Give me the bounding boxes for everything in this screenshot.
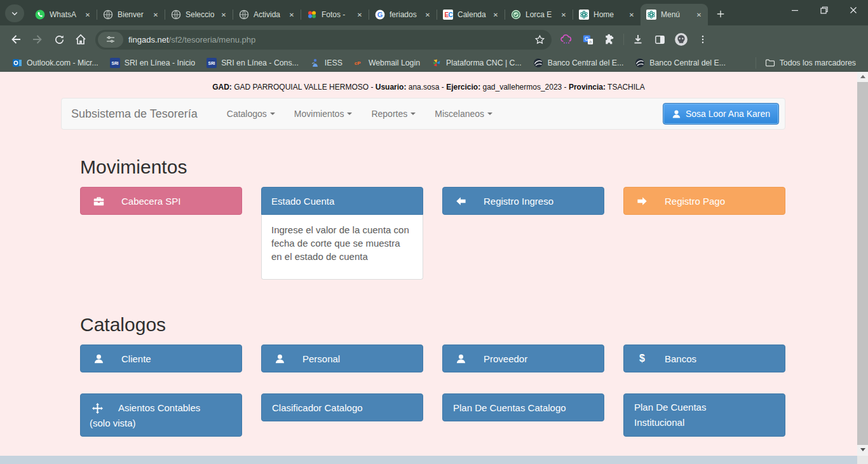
registro-ingreso-button[interactable]: Registro Ingreso <box>442 187 604 215</box>
tab-close-icon[interactable]: ✕ <box>694 10 704 20</box>
menu-miscelaneos[interactable]: Miscelaneos <box>425 109 502 119</box>
bookmark-sri-inicio[interactable]: SRI SRI en Línea - Inicio <box>104 56 201 70</box>
minimize-icon <box>791 6 799 14</box>
bookmark-plataforma-cnc[interactable]: Plataforma CNC | C... <box>426 56 527 70</box>
all-bookmarks-button[interactable]: Todos los marcadores <box>759 56 862 70</box>
bookmark-star-button[interactable] <box>534 34 545 45</box>
tab-close-icon[interactable]: ✕ <box>491 10 501 20</box>
clasificador-catalogo-button[interactable]: Clasificador Catalogo <box>261 393 423 421</box>
scroll-up-arrow[interactable] <box>857 72 868 81</box>
bookmark-webmail[interactable]: cP Webmail Login <box>348 56 426 70</box>
browser-tab-home[interactable]: Home ✕ <box>573 4 641 25</box>
menu-catalogos[interactable]: Catalogos <box>217 109 285 119</box>
reload-button[interactable] <box>48 29 70 50</box>
browser-tab-fotos[interactable]: Fotos - ✕ <box>301 4 369 25</box>
minimize-button[interactable] <box>780 0 810 20</box>
menu-reportes[interactable]: Reportes <box>362 109 425 119</box>
ejercicio-label: Ejercicio: <box>446 83 480 92</box>
bancos-button[interactable]: $ Bancos <box>623 345 785 372</box>
tab-close-icon[interactable]: ✕ <box>287 10 297 20</box>
button-label: Registro Ingreso <box>484 196 553 207</box>
bookmark-outlook[interactable]: Outlook.com - Micr... <box>6 56 104 70</box>
vertical-scroll-thumb[interactable] <box>857 82 868 445</box>
tab-close-icon[interactable]: ✕ <box>83 10 93 20</box>
tune-icon <box>105 34 116 44</box>
menu-label: Movimientos <box>294 109 344 119</box>
home-button[interactable] <box>70 29 92 50</box>
url-path: /sf2/tesoreria/menu.php <box>169 35 256 44</box>
extension-cloud-button[interactable] <box>555 29 577 50</box>
tab-close-icon[interactable]: ✕ <box>219 10 229 20</box>
tab-title: feriados <box>390 10 423 19</box>
cabecera-spi-button[interactable]: Cabecera SPI <box>80 187 242 215</box>
tab-close-icon[interactable]: ✕ <box>559 10 569 20</box>
scrollbar-corner <box>857 456 868 464</box>
personal-button[interactable]: Personal <box>261 345 423 372</box>
back-icon <box>10 33 22 46</box>
bookmark-banco-central-2[interactable]: Banco Central del E... <box>629 56 731 70</box>
person-icon <box>456 353 466 364</box>
downloads-button[interactable] <box>627 29 649 50</box>
app-navbar: Subsistema de Tesorería Catalogos Movimi… <box>61 98 785 130</box>
horizontal-scrollbar[interactable] <box>0 456 868 464</box>
restore-button[interactable] <box>810 0 839 20</box>
cliente-button[interactable]: Cliente <box>80 345 242 372</box>
ec-icon: EC <box>443 10 453 20</box>
triangle-down-icon <box>860 448 865 451</box>
tab-strip: WhatsA ✕ Bienver ✕ Seleccio ✕ Activida ✕… <box>0 0 868 25</box>
site-settings-chip[interactable] <box>98 32 123 48</box>
plan-cuentas-institucional-button[interactable]: Plan De Cuentas Institucional <box>623 393 785 437</box>
browser-toolbar: fingads.net/sf2/tesoreria/menu.php Ga <box>0 25 868 53</box>
browser-tab-seleccionar[interactable]: Seleccio ✕ <box>165 4 233 25</box>
browser-tab-lorca[interactable]: Lorca E ✕ <box>505 4 573 25</box>
proveedor-button[interactable]: Proveedor <box>442 345 604 372</box>
google-photos-icon <box>307 10 317 20</box>
profile-avatar[interactable] <box>670 29 692 50</box>
button-label: Clasificador Catalogo <box>272 402 363 413</box>
bookmark-sri-consultas[interactable]: SRI SRI en Línea - Cons... <box>201 56 304 70</box>
tab-close-icon[interactable]: ✕ <box>627 10 637 20</box>
side-panel-button[interactable] <box>649 29 670 50</box>
move-icon <box>92 403 103 414</box>
tab-title: Lorca E <box>526 10 559 19</box>
sri-icon: SRI <box>207 58 217 68</box>
extensions-button[interactable] <box>599 29 620 50</box>
browser-tab-feriados[interactable]: G feriados ✕ <box>369 4 437 25</box>
button-label: Cliente <box>121 353 151 364</box>
tab-search-button[interactable] <box>5 4 24 22</box>
browser-tab-whatsapp[interactable]: WhatsA ✕ <box>29 4 97 25</box>
bookmark-banco-central-1[interactable]: Banco Central del E... <box>527 56 630 70</box>
button-label: Personal <box>302 353 340 364</box>
browser-tab-bienvenido[interactable]: Bienver ✕ <box>97 4 165 25</box>
arrow-left-icon <box>456 196 466 207</box>
new-tab-button[interactable] <box>712 5 729 23</box>
plan-cuentas-catalogo-button[interactable]: Plan De Cuentas Catalogo <box>442 393 604 421</box>
registro-pago-button[interactable]: Registro Pago <box>623 187 785 215</box>
estado-cuenta-button[interactable]: Estado Cuenta <box>261 187 423 215</box>
vertical-scrollbar[interactable] <box>857 72 868 456</box>
browser-tab-actividad[interactable]: Activida ✕ <box>233 4 301 25</box>
tab-close-icon[interactable]: ✕ <box>423 10 433 20</box>
tab-close-icon[interactable]: ✕ <box>151 10 161 20</box>
horizontal-scroll-thumb[interactable] <box>0 456 857 464</box>
browser-menu-button[interactable] <box>692 29 714 50</box>
user-account-button[interactable]: Sosa Loor Ana Karen <box>663 103 779 125</box>
bookmark-label: SRI en Línea - Inicio <box>125 58 195 67</box>
menu-movimientos[interactable]: Movimientos <box>285 109 362 119</box>
forward-button[interactable] <box>27 29 48 50</box>
bookmark-iess[interactable]: IESS <box>304 56 348 70</box>
browser-tab-calendario[interactable]: EC Calenda ✕ <box>437 4 505 25</box>
back-button[interactable] <box>5 29 27 50</box>
url-text: fingads.net/sf2/tesoreria/menu.php <box>128 35 534 44</box>
address-bar[interactable]: fingads.net/sf2/tesoreria/menu.php <box>95 30 552 50</box>
button-sublabel: (solo vista) <box>90 418 136 428</box>
section-title-catalogos: Catalogos <box>80 314 785 336</box>
asientos-contables-button[interactable]: Asientos Contables (solo vista) <box>80 393 242 437</box>
url-domain: fingads.net <box>128 35 169 44</box>
tab-title: Calenda <box>458 10 491 19</box>
translate-button[interactable]: Ga <box>577 29 599 50</box>
tab-close-icon[interactable]: ✕ <box>355 10 365 20</box>
scroll-down-arrow[interactable] <box>857 445 868 454</box>
close-button[interactable] <box>839 0 868 20</box>
browser-tab-menu-active[interactable]: Menú ✕ <box>641 4 708 25</box>
